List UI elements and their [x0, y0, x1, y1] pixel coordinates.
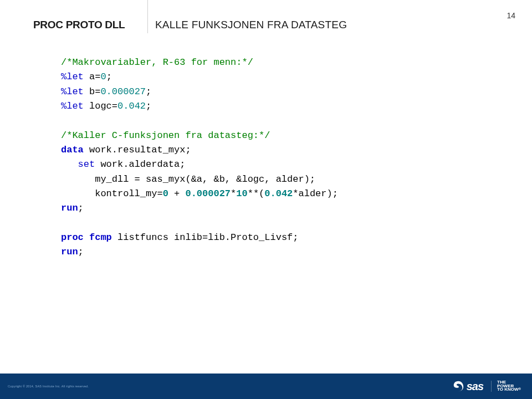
sas-logo-text: sas [467, 380, 483, 393]
header-right: KALLE FUNKSJONEN FRA DATASTEG [155, 19, 347, 31]
code-kw: run [61, 203, 78, 213]
code-kw: %let [61, 101, 84, 111]
tagline: THE POWER TO KNOW® [491, 381, 521, 392]
copyright-text: Copyright © 2014, SAS Institute Inc. All… [8, 385, 89, 388]
footer-bar: Copyright © 2014, SAS Institute Inc. All… [0, 374, 532, 399]
code-text: ; [78, 247, 84, 257]
code-num: 0.042 [264, 188, 293, 199]
code-text: + [168, 188, 186, 199]
footer-right: sas THE POWER TO KNOW® [452, 380, 521, 393]
code-num: 10 [236, 188, 247, 199]
code-num: 0.042 [117, 101, 146, 111]
code-kw: fcmp [89, 232, 112, 243]
code-comment: /*Makrovariabler, R-63 for menn:*/ [61, 57, 253, 68]
code-kw: proc [61, 232, 84, 243]
code-kw: %let [61, 71, 84, 82]
code-text: ; [146, 101, 151, 111]
code-text: logc= [84, 101, 117, 111]
code-comment: /*Kaller C-funksjonen fra datasteg:*/ [61, 130, 270, 141]
code-text: work.alderdata; [95, 159, 185, 170]
code-kw: data [61, 145, 84, 155]
tagline-line3: TO KNOW® [497, 388, 521, 392]
code-num: 0 [163, 188, 168, 199]
code-kw: set [78, 159, 95, 170]
code-block: /*Makrovariabler, R-63 for menn:*/ %let … [61, 55, 338, 260]
code-text: * [231, 188, 236, 199]
sas-logo: sas [452, 380, 483, 393]
code-num: 0 [100, 71, 106, 82]
code-text: a= [84, 71, 101, 82]
code-text: **( [248, 188, 265, 199]
code-text: my_dll = sas_myx(&a, &b, &logc, alder); [61, 174, 315, 185]
code-text: ; [106, 71, 112, 82]
code-text: kontroll_my= [61, 188, 163, 199]
code-text [84, 232, 89, 243]
code-kw: %let [61, 86, 84, 97]
code-num: 0.000027 [100, 86, 146, 97]
sas-swirl-icon [452, 380, 464, 392]
code-text: ; [146, 86, 151, 97]
code-text: ; [78, 203, 84, 213]
code-text: b= [84, 86, 101, 97]
slide-header: PROC PROTO DLL KALLE FUNKSJONEN FRA DATA… [33, 19, 515, 31]
code-text: *alder); [293, 188, 338, 199]
code-kw: run [61, 247, 78, 257]
code-text: listfuncs inlib=lib.Proto_Livsf; [112, 232, 299, 243]
code-text: work.resultat_myx; [84, 145, 191, 155]
code-num: 0.000027 [185, 188, 231, 199]
header-left: PROC PROTO DLL [33, 19, 155, 31]
